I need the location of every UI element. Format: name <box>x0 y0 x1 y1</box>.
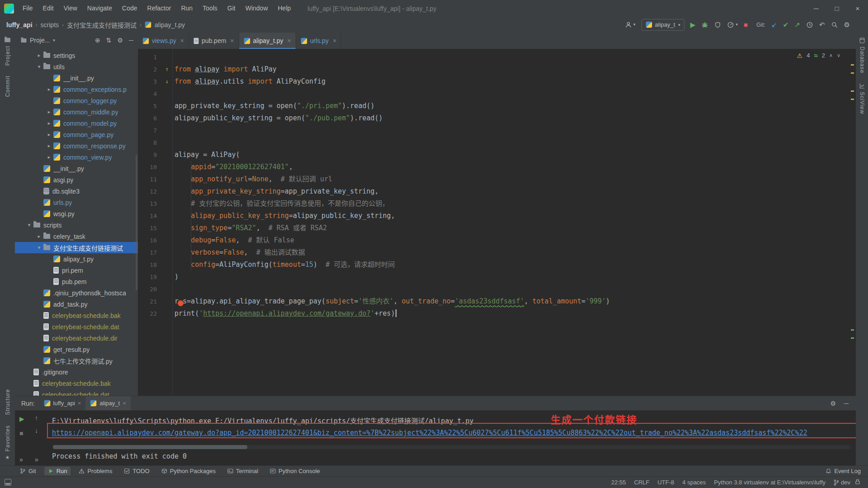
tree-item[interactable]: __init__.py <box>15 72 138 84</box>
tree-item[interactable]: .gitignore <box>15 366 138 378</box>
commit-button[interactable]: ✔ <box>783 21 789 28</box>
tool-tab-terminal[interactable]: Terminal <box>224 467 262 475</box>
project-tree-scrollbar[interactable] <box>136 155 137 290</box>
code-line[interactable]: 21res=alipay.api_alipay_trade_page_pay(s… <box>138 295 849 308</box>
tree-item[interactable]: celerybeat-schedule.bak <box>15 378 138 389</box>
gear-icon[interactable]: ⚙ <box>830 400 836 407</box>
project-view-selector[interactable]: Proje... ▾ <box>20 37 55 44</box>
prev-problem-icon[interactable]: ∧ <box>829 52 833 58</box>
status-item[interactable]: UTF-8 <box>657 479 674 486</box>
menu-git[interactable]: Git <box>222 0 241 17</box>
tree-item[interactable]: celerybeat-schedule.dir <box>15 332 138 344</box>
hide-panel-icon[interactable]: ─ <box>844 400 849 407</box>
close-icon[interactable]: × <box>123 400 126 407</box>
tree-item[interactable]: celerybeat-schedule.dat <box>15 389 138 396</box>
code-line[interactable]: 17 verbose=False, # 输出调试数据 <box>138 246 849 259</box>
tab-alipay-t-py[interactable]: alipay_t.py× <box>239 33 296 49</box>
breadcrumb-item[interactable]: 支付宝生成支付链接测试 <box>67 20 137 29</box>
status-item[interactable]: 4 spaces <box>682 479 706 486</box>
search-icon[interactable] <box>831 21 838 28</box>
tool-tab-git[interactable]: Git <box>16 467 40 475</box>
hide-panel-icon[interactable]: ─ <box>129 37 133 44</box>
tree-item[interactable]: get_result.py <box>15 344 138 355</box>
code-line[interactable]: 8 <box>138 137 849 149</box>
code-line[interactable]: 1 <box>138 51 849 63</box>
breadcrumb-item[interactable]: luffy_api <box>6 21 33 28</box>
tab-views-py[interactable]: views.py× <box>138 33 189 49</box>
status-item[interactable]: 22:55 <box>611 479 626 486</box>
tree-item[interactable]: ▸common_middle.py <box>15 106 138 118</box>
maximize-button[interactable]: □ <box>826 0 847 17</box>
tree-item[interactable]: ▸common_model.py <box>15 118 138 129</box>
git-branch-widget[interactable]: dev <box>834 479 850 486</box>
chevron-right-icon[interactable]: ▸ <box>35 233 43 239</box>
event-log-button[interactable]: Event Log <box>826 468 861 474</box>
tree-item[interactable]: .qiniu_pythonsdk_hostsca <box>15 287 138 298</box>
tree-item[interactable]: celerybeat-schedule.dat <box>15 321 138 332</box>
tree-item[interactable]: asgi.py <box>15 174 138 185</box>
chevron-right-icon[interactable]: ▸ <box>45 132 53 137</box>
tree-item[interactable]: db.sqlite3 <box>15 185 138 197</box>
code-line[interactable]: 5app_private_key_string = open("./pri.pe… <box>138 100 849 112</box>
chevron-right-icon[interactable]: ▸ <box>35 52 43 58</box>
code-line[interactable]: 15 sign_type="RSA2", # RSA 或者 RSA2 <box>138 222 849 234</box>
tree-item[interactable]: ▸common_page.py <box>15 129 138 140</box>
tree-item[interactable]: pri.pem <box>15 265 138 276</box>
tree-item[interactable]: __init__.py <box>15 163 138 174</box>
stop-button[interactable]: ■ <box>744 21 748 28</box>
code-line[interactable]: 10 appid="2021000122627401", <box>138 161 849 173</box>
gear-icon[interactable]: ⚙ <box>118 37 123 44</box>
tree-item[interactable]: ▸common_response.py <box>15 140 138 152</box>
menu-code[interactable]: Code <box>117 0 142 17</box>
code-line[interactable]: 9alipay = AliPay( <box>138 149 849 161</box>
tool-tab-problems[interactable]: Problems <box>75 467 116 475</box>
close-icon[interactable]: × <box>78 400 81 407</box>
user-menu-icon[interactable]: ▾ <box>625 21 636 28</box>
code-line[interactable]: 22print('https://openapi.alipaydev.com/g… <box>138 308 849 320</box>
tab-urls-py[interactable]: urls.py× <box>296 33 341 49</box>
tree-item[interactable]: 七牛上传文件测试.py <box>15 355 138 366</box>
chevron-right-icon[interactable]: ▸ <box>45 86 53 92</box>
menu-help[interactable]: Help <box>273 0 296 17</box>
expand-collapse-icon[interactable]: ⇅ <box>106 37 112 44</box>
tree-item[interactable]: add_task.py <box>15 298 138 310</box>
code-line[interactable]: 4 <box>138 88 849 100</box>
close-icon[interactable]: × <box>333 37 336 44</box>
tree-item[interactable]: ▸celery_task <box>15 231 138 242</box>
tool-tab-python-console[interactable]: Python Console <box>266 467 324 475</box>
code-view[interactable]: 12↑from alipay import AliPay3↓from alipa… <box>138 51 849 320</box>
menu-run[interactable]: Run <box>176 0 198 17</box>
tool-button-commit[interactable]: Commit <box>5 71 11 102</box>
chevron-down-icon[interactable]: ▾ <box>35 64 43 70</box>
code-line[interactable]: 2↑from alipay import AliPay <box>138 63 849 76</box>
status-item[interactable]: CRLF <box>634 479 650 486</box>
tree-item[interactable]: celerybeat-schedule.bak <box>15 310 138 321</box>
code-line[interactable]: 20 <box>138 283 849 295</box>
code-line[interactable]: 18 config=AliPayConfig(timeout=15) # 可选，… <box>138 259 849 271</box>
tool-tab-todo[interactable]: TODO <box>120 467 153 475</box>
code-line[interactable]: 19) <box>138 271 849 283</box>
menu-refactor[interactable]: Refactor <box>142 0 176 17</box>
chevron-right-icon[interactable]: ▸ <box>45 154 53 160</box>
breadcrumb-item[interactable]: scripts <box>41 21 59 28</box>
tree-item[interactable]: ▸common_view.py <box>15 152 138 163</box>
tree-item[interactable]: urls.py <box>15 197 138 208</box>
chevron-right-icon[interactable]: ▸ <box>45 109 53 115</box>
console-payment-link[interactable]: https://openapi.alipaydev.com/gateway.do… <box>52 429 807 437</box>
tree-item[interactable]: alipay_t.py <box>15 253 138 265</box>
debug-button[interactable] <box>701 21 708 28</box>
menu-view[interactable]: View <box>59 0 82 17</box>
code-line[interactable]: 16 debug=False, # 默认 False <box>138 234 849 246</box>
code-line[interactable]: 6alipay_public_key_string = open("./pub.… <box>138 112 849 124</box>
run-tab-alipay-t[interactable]: alipay_t× <box>85 396 130 410</box>
update-project-button[interactable]: ↙ <box>771 21 777 28</box>
tool-tab-python-packages[interactable]: Python Packages <box>158 467 219 475</box>
close-icon[interactable]: × <box>230 37 234 44</box>
inspections-widget[interactable]: ⚠ 4 ≈ 2 ∧ ∨ <box>797 52 840 59</box>
console-hscrollbar[interactable] <box>53 445 850 449</box>
minimize-button[interactable]: ─ <box>806 0 826 17</box>
chevron-down-icon[interactable]: ▾ <box>35 245 43 251</box>
code-line[interactable]: 14 alipay_public_key_string=alipay_publi… <box>138 210 849 222</box>
run-button[interactable]: ▶ <box>690 21 696 28</box>
undo-button[interactable]: ↶ <box>819 21 825 28</box>
